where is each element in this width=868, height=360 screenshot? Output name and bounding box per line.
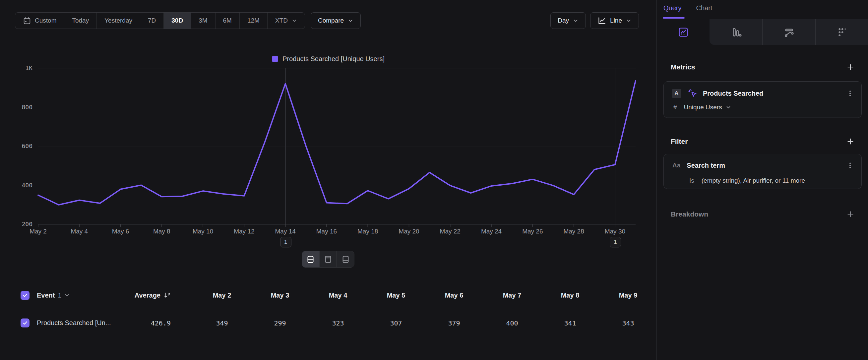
date-column-header[interactable]: May 2 bbox=[193, 292, 251, 299]
event-click-icon bbox=[688, 88, 698, 98]
y-axis-label: 200 bbox=[7, 221, 32, 227]
filter-section-header: Filter bbox=[671, 136, 855, 147]
chevron-down-icon[interactable] bbox=[725, 104, 732, 110]
event-row-cell: Products Searched [Un... 426.9 bbox=[0, 310, 179, 336]
chart-view-button[interactable] bbox=[319, 251, 337, 267]
filter-operator[interactable]: Is bbox=[689, 177, 694, 184]
metric-letter-badge: A bbox=[672, 89, 681, 98]
metrics-heading: Metrics bbox=[671, 63, 695, 71]
x-axis-label: May 28 bbox=[551, 228, 597, 235]
kebab-menu-icon[interactable] bbox=[846, 89, 854, 97]
date-cell-value: 349 bbox=[193, 319, 251, 327]
chart-only-view-icon bbox=[323, 255, 333, 264]
chevron-down-icon[interactable] bbox=[64, 292, 70, 298]
insights-icon bbox=[677, 26, 689, 38]
report-tab-flows[interactable] bbox=[762, 19, 815, 45]
annotation-badge[interactable]: 1 bbox=[280, 237, 291, 247]
event-header-cell: Event 1 Average bbox=[0, 281, 179, 310]
report-tab-insights[interactable] bbox=[657, 19, 710, 45]
active-tab-indicator bbox=[663, 17, 685, 19]
date-column-header[interactable]: May 7 bbox=[483, 292, 541, 299]
check-icon bbox=[22, 320, 28, 326]
filter-card[interactable]: Aa Search term Is (empty string), Air pu… bbox=[663, 154, 862, 189]
row-checkbox[interactable] bbox=[21, 319, 30, 328]
x-axis-label: May 24 bbox=[468, 228, 515, 235]
event-column-label[interactable]: Event bbox=[37, 292, 55, 299]
y-axis-label: 400 bbox=[7, 182, 32, 189]
flows-icon bbox=[783, 27, 795, 38]
date-header-cells: May 2May 3May 4May 5May 6May 7May 8May 9 bbox=[193, 292, 657, 299]
date-cell-value: 343 bbox=[599, 319, 657, 327]
filter-title-row: Aa Search term bbox=[664, 159, 861, 172]
x-axis-label: May 30 bbox=[592, 228, 638, 235]
add-filter-button[interactable] bbox=[846, 137, 855, 146]
check-icon bbox=[22, 293, 28, 298]
date-column-header[interactable]: May 9 bbox=[599, 292, 657, 299]
metric-name[interactable]: Products Searched bbox=[703, 90, 763, 97]
sidebar-tabs: Query Chart bbox=[663, 4, 712, 12]
main-panel: CustomTodayYesterday7D30D3M6M12MXTD Comp… bbox=[0, 0, 656, 360]
kebab-menu-icon[interactable] bbox=[846, 161, 854, 169]
filter-heading: Filter bbox=[671, 138, 688, 145]
date-cell-value: 299 bbox=[251, 319, 309, 327]
date-cell-value: 307 bbox=[367, 319, 425, 327]
add-metric-button[interactable] bbox=[846, 63, 855, 72]
date-column-header[interactable]: May 3 bbox=[251, 292, 309, 299]
x-axis-label: May 18 bbox=[344, 228, 391, 235]
measure-dropdown[interactable]: Unique Users bbox=[684, 104, 722, 111]
query-sidebar: Query Chart Metrics A Products Searched … bbox=[656, 0, 868, 360]
average-column-label[interactable]: Average bbox=[134, 292, 160, 299]
metric-card[interactable]: A Products Searched # Unique Users bbox=[663, 81, 862, 118]
filter-value[interactable]: (empty string), Air purifier, or 11 more bbox=[702, 177, 805, 184]
date-column-header[interactable]: May 6 bbox=[425, 292, 483, 299]
metric-title-row: A Products Searched bbox=[664, 87, 861, 100]
text-property-icon: Aa bbox=[672, 162, 680, 169]
date-column-header[interactable]: May 4 bbox=[309, 292, 367, 299]
date-column-header[interactable]: May 5 bbox=[367, 292, 425, 299]
x-axis-label: May 2 bbox=[15, 228, 61, 235]
x-axis-label: May 20 bbox=[385, 228, 432, 235]
sort-descending-icon[interactable] bbox=[163, 292, 171, 299]
x-axis-label: May 22 bbox=[427, 228, 473, 235]
date-column-header[interactable]: May 8 bbox=[541, 292, 599, 299]
line-chart[interactable]: 1K800600400200May 2May 4May 6May 8May 10… bbox=[0, 0, 656, 259]
date-cell-value: 341 bbox=[541, 319, 599, 327]
measure-prefix: # bbox=[673, 104, 677, 111]
event-count: 1 bbox=[58, 292, 61, 299]
add-breakdown-button[interactable] bbox=[846, 210, 855, 219]
date-value-cells: 349299323307379400341343 bbox=[193, 319, 657, 327]
x-axis-label: May 14 bbox=[262, 228, 309, 235]
funnels-icon bbox=[731, 27, 742, 38]
date-cell-value: 400 bbox=[483, 319, 541, 327]
measure-row: # Unique Users bbox=[664, 101, 861, 114]
x-axis-label: May 12 bbox=[221, 228, 267, 235]
report-tab-funnels[interactable] bbox=[710, 19, 762, 45]
y-axis-label: 1K bbox=[7, 64, 32, 72]
average-value: 426.9 bbox=[151, 319, 171, 327]
split-view-button[interactable] bbox=[302, 251, 319, 267]
filter-property-name[interactable]: Search term bbox=[687, 162, 725, 169]
filter-condition-row: Is (empty string), Air purifier, or 11 m… bbox=[664, 175, 861, 187]
y-axis-label: 600 bbox=[7, 142, 32, 149]
select-all-checkbox[interactable] bbox=[21, 291, 30, 300]
line-chart-canvas[interactable] bbox=[0, 0, 656, 259]
x-axis-label: May 16 bbox=[303, 228, 350, 235]
table-only-view-icon bbox=[341, 255, 350, 264]
report-tab-retention[interactable] bbox=[815, 19, 868, 45]
series-name[interactable]: Products Searched [Un... bbox=[37, 319, 111, 327]
tab-query[interactable]: Query bbox=[663, 4, 681, 12]
table-view-button[interactable] bbox=[337, 251, 354, 267]
annotation-badge[interactable]: 1 bbox=[610, 237, 621, 247]
report-type-tabs bbox=[657, 19, 868, 45]
view-toggle bbox=[302, 251, 354, 268]
table-row: Products Searched [Un... 426.9 349299323… bbox=[0, 310, 656, 336]
x-axis-label: May 8 bbox=[138, 228, 185, 235]
x-axis-label: May 10 bbox=[180, 228, 226, 235]
breakdown-section-header: Breakdown bbox=[671, 209, 855, 220]
x-axis-label: May 6 bbox=[97, 228, 144, 235]
date-cell-value: 323 bbox=[309, 319, 367, 327]
x-axis-label: May 4 bbox=[56, 228, 102, 235]
x-axis-label: May 26 bbox=[509, 228, 556, 235]
tab-chart[interactable]: Chart bbox=[696, 4, 712, 12]
metrics-section-header: Metrics bbox=[671, 61, 855, 73]
